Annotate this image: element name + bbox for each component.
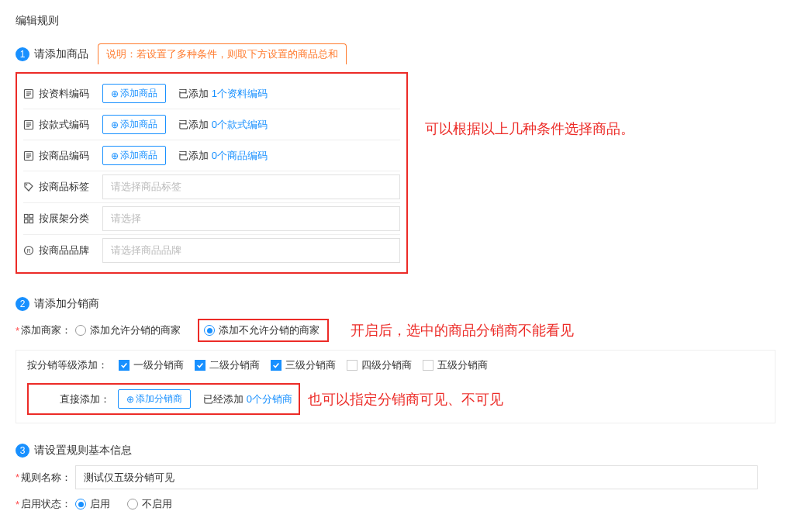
added-text: 已添加 0个商品编码	[178, 149, 268, 163]
checkbox-label: 三级分销商	[285, 358, 336, 372]
level-checkbox-1[interactable]: 一级分销商	[119, 358, 184, 372]
step2-header: 2 请添加分销商	[16, 297, 775, 311]
row-label: 按商品标签	[39, 180, 89, 194]
radio-enable[interactable]: 启用	[75, 497, 110, 511]
product-brand-select[interactable]: 请选择商品品牌	[102, 238, 400, 263]
button-label: 添加分销商	[136, 392, 182, 406]
svg-rect-1	[26, 92, 31, 92]
row-product-tag: 按商品标签 请选择商品标签	[23, 171, 400, 203]
svg-rect-13	[25, 215, 29, 219]
rule-name-input[interactable]	[75, 465, 758, 489]
direct-added-text: 已经添加 0个分销商	[203, 392, 292, 406]
radio-icon	[75, 325, 86, 336]
display-category-select[interactable]: 请选择	[102, 206, 400, 231]
grid-icon	[23, 213, 34, 224]
checkbox-icon	[119, 360, 130, 371]
add-product-button-material[interactable]: ⊕ 添加商品	[102, 84, 166, 103]
row-display-category: 按展架分类 请选择	[23, 203, 400, 235]
svg-rect-5	[26, 123, 31, 123]
level-checkbox-3[interactable]: 三级分销商	[271, 358, 336, 372]
added-text: 已添加 0个款式编码	[178, 118, 268, 132]
row-material-code: 按资料编码 ⊕ 添加商品 已添加 1个资料编码	[23, 78, 400, 109]
distributor-panel: 按分销等级添加： 一级分销商 二级分销商 三级分销商 四级分销商 五级分销商	[16, 350, 775, 423]
button-label: 添加商品	[120, 87, 157, 100]
add-distributor-button[interactable]: ⊕ 添加分销商	[118, 389, 191, 409]
radio-label: 启用	[90, 497, 110, 511]
step2-badge: 2	[16, 297, 29, 311]
step3-badge: 3	[16, 444, 29, 458]
style-code-icon	[23, 119, 34, 130]
svg-rect-10	[26, 155, 31, 156]
checkbox-icon	[271, 360, 282, 371]
row-label: 按商品编码	[39, 149, 89, 163]
radio-label: 添加不允许分销的商家	[219, 323, 320, 337]
added-link[interactable]: 0个商品编码	[212, 150, 268, 161]
level-checkbox-5[interactable]: 五级分销商	[423, 358, 488, 372]
annotation-inline-2: 也可以指定分销商可见、不可见	[308, 390, 503, 409]
svg-rect-14	[29, 215, 33, 219]
plus-icon: ⊕	[126, 394, 134, 405]
registered-icon: R	[23, 245, 34, 256]
checkbox-icon	[423, 360, 433, 371]
step1-badge: 1	[16, 47, 29, 61]
svg-rect-15	[25, 219, 29, 223]
step3-title: 请设置规则基本信息	[34, 444, 132, 458]
row-label: 按展架分类	[39, 212, 89, 226]
material-code-icon	[23, 88, 34, 99]
checkbox-label: 五级分销商	[437, 358, 488, 372]
required-asterisk: *	[16, 325, 19, 337]
level-checkbox-4[interactable]: 四级分销商	[347, 358, 412, 372]
added-text: 已添加 1个资料编码	[178, 87, 268, 101]
merchant-label: 添加商家：	[21, 323, 75, 337]
radio-label: 添加允许分销的商家	[90, 323, 181, 337]
direct-add-label: 直接添加：	[60, 392, 110, 406]
checkbox-icon	[347, 360, 358, 371]
row-style-code: 按款式编码 ⊕ 添加商品 已添加 0个款式编码	[23, 109, 400, 140]
product-tag-select[interactable]: 请选择商品标签	[102, 174, 400, 199]
added-link[interactable]: 0个款式编码	[212, 119, 268, 130]
required-asterisk: *	[16, 499, 19, 510]
radio-disallow-distribution[interactable]: 添加不允许分销的商家	[204, 323, 320, 337]
rule-name-label: 规则名称：	[21, 471, 75, 485]
step1-title: 请添加商品	[34, 47, 88, 61]
checkbox-label: 二级分销商	[209, 358, 260, 372]
annotation-box-2: 添加不允许分销的商家	[198, 319, 329, 342]
added-link[interactable]: 1个资料编码	[212, 88, 268, 99]
added-link[interactable]: 0个分销商	[247, 393, 292, 405]
added-prefix: 已添加	[178, 88, 212, 99]
svg-rect-6	[26, 124, 31, 125]
annotation-right-1: 可以根据以上几种条件选择商品。	[425, 119, 634, 138]
annotation-box-1: 按资料编码 ⊕ 添加商品 已添加 1个资料编码 按款	[16, 72, 408, 274]
row-label: 按款式编码	[39, 118, 89, 132]
added-prefix: 已添加	[178, 119, 212, 130]
step3-header: 3 请设置规则基本信息	[16, 444, 775, 458]
add-product-button-product[interactable]: ⊕ 添加商品	[102, 146, 166, 165]
product-code-icon	[23, 150, 34, 161]
svg-point-12	[26, 184, 27, 185]
checkbox-icon	[195, 360, 206, 371]
level-checkbox-2[interactable]: 二级分销商	[195, 358, 260, 372]
added-prefix: 已添加	[178, 150, 212, 161]
plus-icon: ⊕	[111, 88, 119, 99]
radio-disable[interactable]: 不启用	[127, 497, 172, 511]
add-product-button-style[interactable]: ⊕ 添加商品	[102, 115, 166, 134]
svg-text:R: R	[26, 248, 30, 254]
annotation-box-3: 直接添加： ⊕ 添加分销商 已经添加 0个分销商	[27, 383, 300, 415]
checkbox-label: 一级分销商	[133, 358, 184, 372]
button-label: 添加商品	[120, 149, 157, 162]
radio-icon	[204, 325, 215, 336]
svg-rect-3	[26, 95, 29, 95]
added-prefix: 已经添加	[203, 393, 247, 405]
step1-header: 1 请添加商品 说明：若设置了多种条件，则取下方设置的商品总和	[16, 43, 775, 64]
plus-icon: ⊕	[111, 150, 119, 161]
svg-rect-7	[26, 126, 29, 126]
svg-rect-9	[26, 154, 31, 154]
step2-title: 请添加分销商	[34, 297, 99, 311]
annotation-inline-1: 开启后，选中的商品分销商不能看见	[351, 321, 574, 340]
radio-icon	[75, 499, 86, 510]
plus-icon: ⊕	[111, 119, 119, 130]
button-label: 添加商品	[120, 118, 157, 131]
step1-note: 说明：若设置了多种条件，则取下方设置的商品总和	[98, 43, 347, 64]
checkbox-label: 四级分销商	[361, 358, 412, 372]
radio-allow-distribution[interactable]: 添加允许分销的商家	[75, 323, 181, 337]
